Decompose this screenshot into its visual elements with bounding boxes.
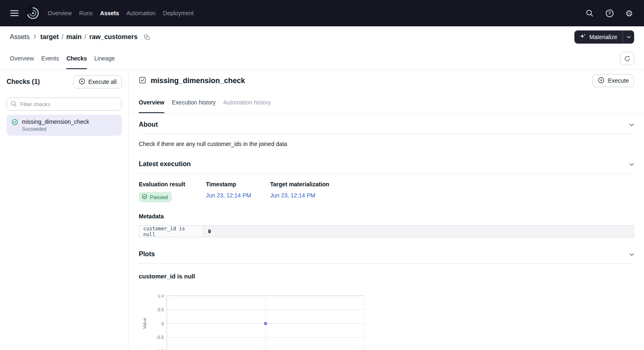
timestamp-link[interactable]: Jun 23, 12:14 PM [206,192,251,199]
primary-nav: Overview Runs Assets Automation Deployme… [48,8,194,18]
execute-all-button[interactable]: Execute all [73,75,122,88]
checks-panel: Checks (1) Execute all [0,70,129,350]
filter-search-icon [10,100,17,109]
nav-item-deployment[interactable]: Deployment [163,8,194,18]
metadata-value: 0 [203,226,634,237]
filter-checks-input[interactable] [7,97,122,111]
nav-item-overview[interactable]: Overview [48,8,72,18]
breadcrumb-segment-target[interactable]: target [40,33,58,41]
dagster-logo[interactable] [25,5,41,21]
checks-panel-title: Checks (1) [7,78,40,86]
svg-text:0: 0 [161,321,164,326]
execute-label: Execute [608,77,629,84]
subtab-automation-history[interactable]: Automation history [223,92,271,113]
breadcrumb-segment-main[interactable]: main [66,33,82,41]
refresh-button[interactable] [620,52,634,65]
asset-check-icon [139,76,146,85]
breadcrumb-separator: / [84,33,86,41]
badge-check-icon [142,194,147,201]
subtab-execution-history[interactable]: Execution history [172,92,216,113]
materialize-button[interactable]: Materialize [574,30,623,44]
about-heading: About [139,121,158,128]
nav-item-runs[interactable]: Runs [79,8,93,18]
plots-section-header[interactable]: Plots [139,245,634,264]
breadcrumb-segment-raw-customers: raw_customers [89,33,138,41]
help-glyph: ? [608,11,611,16]
metadata-table: customer_id is null 0 [139,225,634,237]
plot-title: customer_id is null [139,273,634,280]
col-target-materialization: Target materialization [270,181,329,188]
check-detail: missing_dimension_check Execute Overview… [129,70,644,350]
check-list-item[interactable]: missing_dimension_check Succeeded [7,115,122,136]
chevron-down-icon[interactable] [629,251,634,257]
check-title: missing_dimension_check [151,76,245,85]
materialize-dropdown-button[interactable] [623,30,634,44]
sparkle-icon [580,33,586,41]
breadcrumb-chevron-icon [33,34,37,40]
breadcrumb-assets-link[interactable]: Assets [10,33,30,41]
svg-text:-0.5: -0.5 [156,335,164,340]
search-icon[interactable] [585,8,595,18]
col-timestamp: Timestamp [206,181,270,188]
execute-button[interactable]: Execute [593,74,634,87]
nav-item-automation[interactable]: Automation [126,8,156,18]
about-section-header[interactable]: About [139,115,634,134]
check-success-icon [12,119,18,127]
svg-text:Value: Value [142,318,147,329]
materialize-split-button: Materialize [574,30,634,44]
metadata-heading: Metadata [139,213,634,220]
subtab-overview[interactable]: Overview [139,92,164,113]
tab-checks[interactable]: Checks [66,48,87,69]
check-plot: 1.00.50-0.5-1.0Jun 23, 12:14 PMJun 23, 1… [141,294,634,350]
materialize-label: Materialize [589,34,617,40]
svg-text:0.5: 0.5 [158,307,164,312]
tab-overview[interactable]: Overview [10,48,34,69]
passed-badge: Passed [139,192,172,202]
top-nav: Overview Runs Assets Automation Deployme… [0,0,644,26]
plots-heading: Plots [139,250,155,258]
execute-all-label: Execute all [89,79,117,85]
breadcrumb-separator: / [61,33,63,41]
chevron-down-icon[interactable] [629,161,634,167]
latest-execution-heading: Latest execution [139,160,191,168]
check-detail-tabs: Overview Execution history Automation hi… [129,92,644,114]
chevron-down-icon[interactable] [629,121,634,128]
target-materialization-link[interactable]: Jun 23, 12:14 PM [270,192,315,199]
svg-text:1.0: 1.0 [158,294,164,298]
tab-lineage[interactable]: Lineage [94,48,115,69]
latest-execution-section-header[interactable]: Latest execution [139,155,634,174]
asset-tabs: Overview Events Checks Lineage [0,48,644,70]
col-evaluation-result: Evaluation result [139,181,206,188]
gear-glyph: ⚙ [625,9,633,18]
refresh-icon [624,55,631,62]
copy-icon[interactable] [142,32,151,42]
breadcrumb: target / main / raw_customers [40,33,138,41]
help-icon[interactable]: ? [604,8,614,18]
settings-gear-icon[interactable]: ⚙ [624,8,634,18]
breadcrumb-bar: Assets target / main / raw_customers Mat… [0,26,644,48]
check-detail-body: About Check if there are any null custom… [129,114,644,350]
about-description: Check if there are any null customer_ids… [139,141,634,147]
play-circle-icon [598,77,604,85]
passed-label: Passed [150,194,168,200]
hamburger-menu-icon[interactable] [7,6,21,20]
latest-execution-summary: Evaluation result Passed [139,181,634,202]
check-item-name: missing_dimension_check [22,118,89,125]
nav-item-assets[interactable]: Assets [100,8,119,18]
tab-events[interactable]: Events [41,48,59,69]
check-item-status: Succeeded [22,126,89,132]
metadata-key: customer_id is null [139,226,203,237]
play-circle-icon [79,78,85,86]
